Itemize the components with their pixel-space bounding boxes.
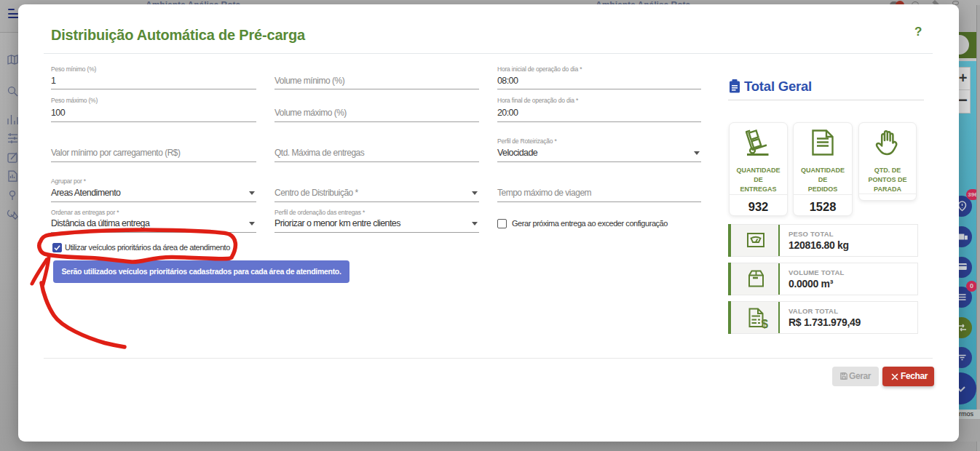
- svg-text:$: $: [762, 317, 769, 330]
